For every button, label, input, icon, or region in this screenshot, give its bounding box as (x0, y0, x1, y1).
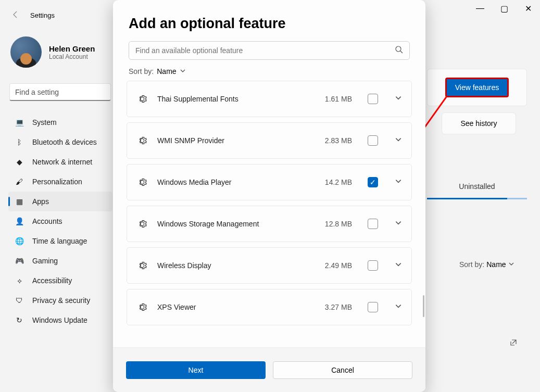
feature-size: 12.8 MB (325, 220, 352, 228)
nav-icon: ⟡ (15, 276, 24, 285)
see-history-button[interactable]: See history (442, 112, 516, 134)
dialog-footer: Next Cancel (113, 347, 425, 392)
feature-checkbox[interactable] (368, 219, 378, 229)
chevron-down-icon[interactable] (395, 219, 402, 229)
nav-label: Privacy & security (32, 296, 90, 305)
feature-checkbox[interactable] (368, 135, 378, 146)
sidebar-item-apps[interactable]: ▦Apps (8, 192, 112, 211)
nav-icon: 🌐 (15, 236, 24, 246)
feature-checkbox[interactable]: ✓ (368, 177, 378, 187)
nav-label: Personalization (32, 178, 82, 186)
nav-icon: 🎮 (15, 256, 24, 265)
sidebar-item-system[interactable]: 💻System (8, 112, 112, 132)
chevron-down-icon (508, 260, 514, 269)
nav-label: Apps (32, 197, 49, 206)
nav-label: Network & internet (32, 158, 92, 166)
sidebar-search-input[interactable]: Find a setting (9, 83, 111, 101)
sort-control[interactable]: Sort by: Name (129, 67, 410, 75)
view-features-card: View features (427, 69, 527, 106)
sidebar-item-network-internet[interactable]: ◆Network & internet (8, 152, 112, 172)
nav-icon: ▦ (15, 197, 24, 206)
cancel-button[interactable]: Cancel (273, 361, 412, 379)
sidebar-nav: 💻SystemᛒBluetooth & devices◆Network & in… (8, 112, 112, 330)
svg-point-2 (396, 46, 401, 52)
view-features-button[interactable]: View features (445, 78, 509, 97)
svg-line-3 (400, 51, 403, 53)
feature-size: 1.61 MB (325, 95, 352, 103)
user-account-type: Local Account (49, 53, 95, 60)
feature-size: 2.49 MB (325, 261, 352, 270)
feature-name: Windows Media Player (157, 178, 316, 186)
nav-label: Gaming (32, 257, 58, 265)
next-button[interactable]: Next (126, 361, 266, 379)
sidebar-item-bluetooth-devices[interactable]: ᛒBluetooth & devices (8, 132, 112, 152)
avatar (10, 36, 42, 68)
sidebar-item-accessibility[interactable]: ⟡Accessibility (8, 271, 112, 290)
chevron-down-icon[interactable] (395, 94, 402, 104)
nav-label: Accounts (32, 217, 62, 225)
chevron-down-icon[interactable] (395, 261, 402, 270)
maximize-button[interactable]: ▢ (492, 0, 516, 17)
feature-search-text[interactable] (135, 46, 395, 55)
user-name: Helen Green (49, 44, 95, 53)
add-feature-dialog: Add an optional feature Sort by: Name Th… (113, 0, 425, 392)
sidebar-item-personalization[interactable]: 🖌Personalization (8, 172, 112, 192)
nav-icon: ᛒ (15, 137, 24, 147)
feature-row[interactable]: Windows Media Player14.2 MB✓ (127, 164, 412, 200)
feature-list: Thai Supplemental Fonts1.61 MBWMI SNMP P… (113, 81, 425, 347)
chevron-down-icon (180, 67, 186, 75)
app-title: Settings (30, 11, 55, 19)
gear-icon (136, 301, 148, 313)
gear-icon (136, 260, 148, 271)
nav-icon: ◆ (15, 157, 24, 167)
scrollbar-thumb[interactable] (423, 295, 424, 317)
uninstalled-tab[interactable]: Uninstalled (427, 182, 527, 199)
feature-row[interactable]: Wireless Display2.49 MB (127, 247, 412, 284)
feature-row[interactable]: XPS Viewer3.27 MB (127, 289, 412, 325)
chevron-down-icon[interactable] (395, 136, 402, 145)
feature-row[interactable]: WMI SNMP Provider2.83 MB (127, 122, 412, 159)
sidebar-item-accounts[interactable]: 👤Accounts (8, 211, 112, 231)
nav-label: Windows Update (32, 316, 87, 324)
nav-icon: ↻ (15, 315, 24, 325)
search-icon (395, 45, 403, 56)
feature-size: 14.2 MB (325, 178, 352, 186)
feature-name: Windows Storage Management (157, 220, 316, 228)
nav-icon: 🛡 (15, 296, 24, 305)
sidebar-item-gaming[interactable]: 🎮Gaming (8, 251, 112, 271)
gear-icon (136, 218, 148, 230)
search-placeholder: Find a setting (15, 88, 59, 96)
background-sort[interactable]: Sort by: Name (459, 260, 514, 269)
nav-icon: 👤 (15, 217, 24, 226)
sidebar-item-privacy-security[interactable]: 🛡Privacy & security (8, 290, 112, 310)
feature-checkbox[interactable] (368, 94, 378, 104)
chevron-down-icon[interactable] (395, 178, 402, 187)
feature-search-input[interactable] (129, 41, 410, 60)
feature-checkbox[interactable] (368, 302, 378, 312)
close-button[interactable]: ✕ (516, 0, 540, 17)
nav-icon: 💻 (15, 118, 24, 127)
nav-label: Bluetooth & devices (32, 138, 97, 146)
feature-row[interactable]: Windows Storage Management12.8 MB (127, 206, 412, 242)
feature-size: 3.27 MB (325, 303, 352, 311)
nav-label: Accessibility (32, 276, 72, 285)
feature-row[interactable]: Thai Supplemental Fonts1.61 MB (127, 81, 412, 117)
feature-size: 2.83 MB (325, 136, 352, 145)
feature-name: Wireless Display (157, 261, 316, 270)
back-button[interactable] (11, 10, 20, 21)
chevron-down-icon[interactable] (395, 302, 402, 312)
minimize-button[interactable]: — (468, 0, 492, 17)
nav-label: Time & language (32, 237, 87, 245)
window-controls: — ▢ ✕ (468, 0, 540, 17)
feature-name: WMI SNMP Provider (157, 136, 316, 145)
nav-label: System (32, 118, 57, 127)
gear-icon (136, 93, 148, 105)
external-link-icon[interactable] (509, 338, 518, 347)
feature-name: Thai Supplemental Fonts (157, 95, 316, 103)
sidebar-item-windows-update[interactable]: ↻Windows Update (8, 310, 112, 330)
tab-underline (427, 198, 527, 199)
feature-checkbox[interactable] (368, 260, 378, 271)
nav-icon: 🖌 (15, 177, 24, 186)
user-block: Helen Green Local Account (10, 36, 95, 68)
sidebar-item-time-language[interactable]: 🌐Time & language (8, 231, 112, 251)
